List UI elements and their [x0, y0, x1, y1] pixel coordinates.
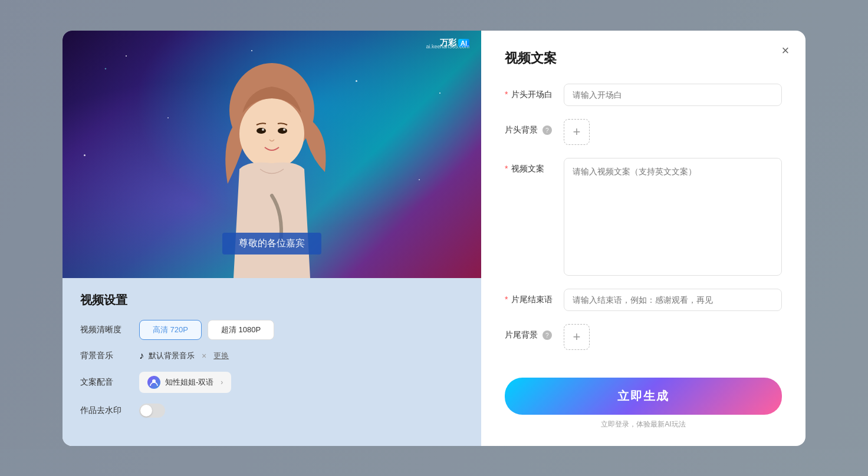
watermark-toggle-knob — [140, 405, 152, 416]
svg-point-6 — [283, 128, 285, 131]
opening-required-mark: * — [505, 90, 508, 99]
svg-point-4 — [278, 128, 287, 134]
header-bg-row: 片头背景 ? + — [505, 119, 782, 145]
opening-label: * 片头开场白 — [505, 84, 564, 100]
header-bg-label: 片头背景 ? — [505, 119, 564, 135]
ending-label: * 片尾结束语 — [505, 289, 564, 305]
music-row: 背景音乐 ♪ 默认背景音乐 × 更换 — [80, 351, 463, 361]
opening-row: * 片头开场白 — [505, 84, 782, 106]
quality-1080p-button[interactable]: 超清 1080P — [208, 320, 274, 340]
ending-required-mark: * — [505, 295, 508, 304]
footer-bg-add-button[interactable]: + — [564, 324, 590, 350]
svg-point-2 — [239, 98, 304, 169]
music-name-text: 默认背景音乐 — [149, 351, 195, 361]
header-bg-add-button[interactable]: + — [564, 119, 590, 145]
ending-row: * 片尾结束语 — [505, 289, 782, 311]
generate-hint-text: 立即登录，体验最新AI玩法 — [505, 419, 782, 429]
watermark-toggle-track[interactable] — [139, 404, 165, 418]
watermark-row: 作品去水印 — [80, 404, 463, 418]
svg-point-5 — [262, 128, 264, 131]
music-control: ♪ 默认背景音乐 × 更换 — [139, 351, 229, 361]
opening-input[interactable] — [564, 84, 782, 106]
quality-720p-button[interactable]: 高清 720P — [139, 320, 202, 340]
settings-title: 视频设置 — [80, 292, 463, 308]
copy-required-mark: * — [505, 164, 508, 173]
footer-bg-help-icon[interactable]: ? — [542, 330, 552, 340]
music-change-button[interactable]: 更换 — [213, 351, 229, 361]
quality-label: 视频清晰度 — [80, 325, 139, 335]
quality-buttons: 高清 720P 超清 1080P — [139, 320, 274, 340]
settings-section: 视频设置 视频清晰度 高清 720P 超清 1080P 背景音乐 ♪ 默认背景音… — [63, 278, 481, 428]
copy-row: * 视频文案 — [505, 158, 782, 276]
voice-name-text: 知性姐姐-双语 — [165, 377, 213, 388]
header-bg-help-icon[interactable]: ? — [542, 125, 552, 135]
main-modal: × — [63, 31, 805, 446]
voice-avatar-icon — [147, 376, 160, 389]
voice-arrow-icon: › — [221, 378, 223, 386]
watermark-toggle[interactable] — [139, 404, 165, 418]
footer-bg-row: 片尾背景 ? + — [505, 324, 782, 350]
footer-bg-label: 片尾背景 ? — [505, 324, 564, 341]
close-button[interactable]: × — [776, 41, 795, 60]
left-panel: 万彩 AI ai.keehan365.com — [63, 31, 481, 446]
svg-point-3 — [257, 128, 266, 134]
voice-row: 文案配音 知性姐姐-双语 › — [80, 372, 463, 393]
voice-label: 文案配音 — [80, 377, 139, 388]
music-label: 背景音乐 — [80, 351, 139, 361]
ending-input[interactable] — [564, 289, 782, 311]
subtitle-bar: 尊敬的各位嘉宾 — [222, 233, 321, 254]
right-panel: 视频文案 * 片头开场白 片头背景 ? + * — [481, 31, 805, 446]
watermark-remove-label: 作品去水印 — [80, 405, 139, 416]
video-preview: 万彩 AI ai.keehan365.com — [63, 31, 481, 278]
panel-title: 视频文案 — [505, 49, 782, 67]
copy-label: * 视频文案 — [505, 158, 564, 174]
voice-selector[interactable]: 知性姐姐-双语 › — [139, 372, 231, 393]
generate-button[interactable]: 立即生成 — [505, 378, 782, 415]
music-note-icon: ♪ — [139, 351, 144, 361]
music-remove-button[interactable]: × — [199, 351, 209, 361]
copy-textarea[interactable] — [564, 158, 782, 276]
quality-row: 视频清晰度 高清 720P 超清 1080P — [80, 320, 463, 340]
